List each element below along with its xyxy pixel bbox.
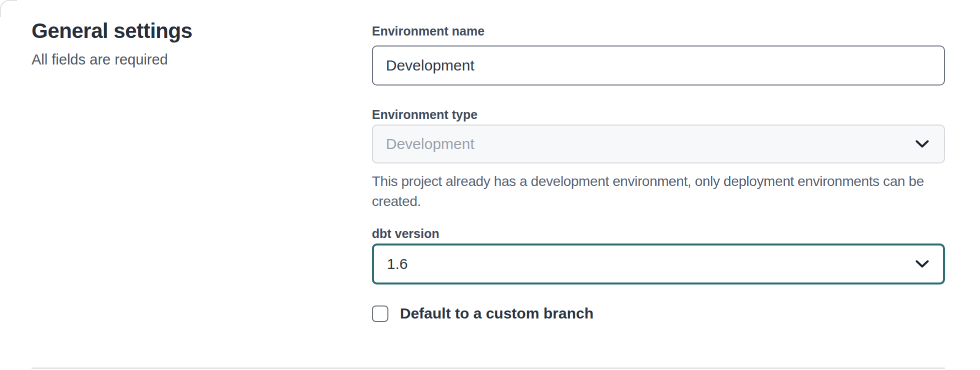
- environment-settings-page: General settings All fields are required…: [0, 0, 980, 370]
- environment-name-label: Environment name: [372, 24, 945, 38]
- dbt-version-value: 1.6: [387, 256, 408, 272]
- dbt-version-label: dbt version: [372, 226, 945, 240]
- dbt-version-select[interactable]: 1.6: [372, 244, 945, 284]
- environment-type-helper: This project already has a development e…: [372, 172, 945, 212]
- environment-type-label: Environment type: [372, 108, 945, 122]
- environment-type-value: Development: [386, 136, 474, 152]
- environment-name-input[interactable]: [372, 46, 945, 86]
- custom-branch-label[interactable]: Default to a custom branch: [400, 304, 594, 322]
- settings-intro: General settings All fields are required: [32, 18, 192, 69]
- custom-branch-checkbox[interactable]: [372, 306, 388, 322]
- custom-branch-row: Default to a custom branch: [372, 304, 945, 322]
- chevron-down-icon: [915, 260, 929, 268]
- card-corner: [0, 0, 17, 17]
- chevron-down-icon: [915, 140, 929, 148]
- environment-type-select: Development: [372, 124, 945, 164]
- page-subtitle: All fields are required: [32, 50, 192, 70]
- environment-settings-form: Environment name Environment type Develo…: [372, 0, 945, 322]
- page-title: General settings: [32, 18, 192, 44]
- section-divider: [32, 368, 945, 369]
